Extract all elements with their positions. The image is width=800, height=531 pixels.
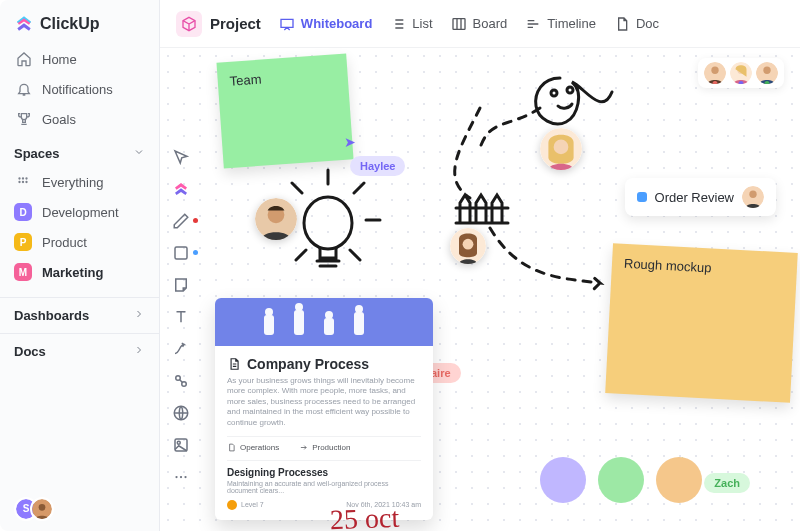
- view-label: Board: [473, 16, 508, 31]
- svg-point-19: [184, 476, 186, 478]
- svg-point-26: [554, 140, 569, 155]
- presence-bar[interactable]: [698, 58, 784, 88]
- space-marketing[interactable]: M Marketing: [0, 257, 159, 287]
- whiteboard-icon: [279, 16, 295, 32]
- doc-title-text: Company Process: [247, 356, 369, 372]
- sticky-note-team[interactable]: Team: [216, 54, 353, 169]
- section-title: Spaces: [14, 146, 60, 161]
- board-icon: [451, 16, 467, 32]
- cursor-label-haylee: Haylee: [350, 156, 405, 176]
- whiteboard-canvas[interactable]: Team Rough mockup ➤ Haylee ✎ Claire ➤ Za…: [160, 48, 800, 531]
- sidebar-people[interactable]: S: [14, 497, 54, 521]
- main-area: Project Whiteboard List Board Timeline D…: [160, 0, 800, 531]
- image-tool[interactable]: [172, 436, 190, 454]
- color-circle-purple[interactable]: [540, 457, 586, 503]
- primary-nav: Home Notifications Goals: [0, 44, 159, 134]
- more-tool[interactable]: [172, 468, 190, 486]
- pen-tool[interactable]: [172, 212, 190, 230]
- section-docs[interactable]: Docs: [0, 333, 159, 369]
- svg-point-30: [749, 191, 756, 198]
- chevron-right-icon: [133, 308, 145, 323]
- view-list[interactable]: List: [390, 16, 432, 32]
- svg-rect-10: [453, 18, 465, 29]
- link-tool[interactable]: [172, 372, 190, 390]
- sticky-text: Rough mockup: [624, 256, 712, 276]
- svg-rect-41: [354, 312, 364, 335]
- svg-point-45: [355, 305, 363, 313]
- section-dashboards[interactable]: Dashboards: [0, 297, 159, 333]
- web-tool[interactable]: [172, 404, 190, 422]
- spaces-heading[interactable]: Spaces: [0, 134, 159, 167]
- canvas-avatar[interactable]: [255, 198, 297, 240]
- doc-title: Company Process: [227, 356, 421, 372]
- space-everything[interactable]: Everything: [0, 167, 159, 197]
- nav-home[interactable]: Home: [6, 44, 153, 74]
- view-doc[interactable]: Doc: [614, 16, 659, 32]
- svg-point-0: [18, 177, 20, 179]
- color-circle-orange[interactable]: [656, 457, 702, 503]
- doc-card-company-process[interactable]: Company Process As your business grows t…: [215, 298, 433, 520]
- svg-point-5: [25, 181, 27, 183]
- view-label: Doc: [636, 16, 659, 31]
- task-chip-order-review[interactable]: Order Review: [625, 178, 776, 216]
- tool-rail: [168, 148, 194, 486]
- connector-tool[interactable]: [172, 340, 190, 358]
- color-tool[interactable]: [172, 180, 190, 198]
- space-label: Development: [42, 205, 119, 220]
- canvas-avatar[interactable]: [540, 128, 582, 170]
- svg-point-44: [325, 311, 333, 319]
- color-circles: [540, 457, 702, 503]
- chevron-down-icon: [133, 146, 145, 161]
- view-label: List: [412, 16, 432, 31]
- nav-notifications[interactable]: Notifications: [6, 74, 153, 104]
- doc-links: Operations Production: [227, 436, 421, 452]
- link-label: Production: [312, 443, 350, 452]
- cursor-label-zach: Zach: [704, 473, 750, 493]
- svg-rect-40: [324, 318, 334, 335]
- doc-subheading: Designing Processes: [227, 460, 421, 478]
- cursor-name: Haylee: [360, 160, 395, 172]
- link-label: Operations: [240, 443, 279, 452]
- cursor-pointer-icon: ➤: [344, 134, 356, 150]
- canvas-avatar[interactable]: [450, 228, 486, 264]
- svg-point-16: [177, 441, 180, 444]
- project-selector[interactable]: Project: [176, 11, 261, 37]
- doc-link-operations[interactable]: Operations: [227, 443, 279, 452]
- svg-point-42: [265, 308, 273, 316]
- svg-point-21: [551, 90, 557, 96]
- color-circle-green[interactable]: [598, 457, 644, 503]
- avatar-icon: [704, 62, 726, 84]
- svg-point-36: [763, 67, 770, 74]
- bell-icon: [16, 81, 32, 97]
- doc-icon: [227, 357, 241, 371]
- view-board[interactable]: Board: [451, 16, 508, 32]
- svg-point-43: [295, 303, 303, 311]
- sticky-tool[interactable]: [172, 276, 190, 294]
- space-badge: M: [14, 263, 32, 281]
- grid-icon: [14, 173, 32, 191]
- list-icon: [390, 16, 406, 32]
- avatar-icon: [30, 497, 54, 521]
- nav-goals[interactable]: Goals: [6, 104, 153, 134]
- avatar-icon: [756, 62, 778, 84]
- view-whiteboard[interactable]: Whiteboard: [279, 16, 373, 32]
- space-product[interactable]: P Product: [0, 227, 159, 257]
- select-tool[interactable]: [172, 148, 190, 166]
- app-logo[interactable]: ClickUp: [0, 0, 159, 44]
- text-tool[interactable]: [172, 308, 190, 326]
- space-development[interactable]: D Development: [0, 197, 159, 227]
- doc-body: Company Process As your business grows t…: [215, 346, 433, 520]
- app-name: ClickUp: [40, 15, 100, 33]
- view-timeline[interactable]: Timeline: [525, 16, 596, 32]
- handwritten-date[interactable]: 25 oct: [329, 502, 399, 531]
- svg-point-17: [175, 476, 177, 478]
- doc-link-production[interactable]: Production: [299, 443, 350, 452]
- nav-label: Goals: [42, 112, 76, 127]
- sticky-note-rough[interactable]: Rough mockup: [605, 243, 798, 402]
- view-label: Whiteboard: [301, 16, 373, 31]
- shape-tool[interactable]: [172, 244, 190, 262]
- svg-point-18: [180, 476, 182, 478]
- cube-icon: [176, 11, 202, 37]
- timeline-icon: [525, 16, 541, 32]
- svg-point-28: [463, 239, 474, 250]
